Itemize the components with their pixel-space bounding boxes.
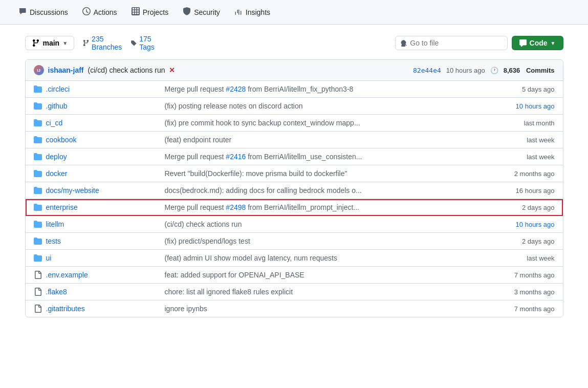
nav-discussions[interactable]: Discussions <box>12 4 74 20</box>
commit-status-icon[interactable]: ✕ <box>169 66 175 74</box>
projects-icon <box>132 7 140 17</box>
branches-link[interactable]: 235 Branches <box>92 35 122 51</box>
file-message-col: Merge pull request #2428 from BerriAI/li… <box>157 85 493 93</box>
file-name-col: ci_cd <box>34 119 157 127</box>
branch-chevron-icon: ▼ <box>62 40 68 46</box>
discussions-icon <box>18 7 27 17</box>
folder-icon <box>34 85 42 93</box>
commit-sha[interactable]: 82e44e4 <box>413 67 441 74</box>
file-name-col: .env.example <box>34 271 157 279</box>
folder-icon <box>34 119 42 127</box>
file-link[interactable]: .github <box>46 102 68 110</box>
tags-link[interactable]: 175 Tags <box>139 35 155 51</box>
pr-link[interactable]: #2428 <box>226 85 246 93</box>
file-time-col: last week <box>493 136 555 144</box>
history-icon: 🕐 <box>490 67 498 74</box>
folder-icon <box>34 254 42 262</box>
file-link[interactable]: enterprise <box>46 203 78 211</box>
branches-icon <box>82 39 90 47</box>
commit-count: 8,636 Commits <box>504 67 555 74</box>
branch-icon <box>32 39 40 47</box>
file-name-col: docker <box>34 169 157 178</box>
file-message-col: Merge pull request #2498 from BerriAI/li… <box>157 203 493 211</box>
file-name-col: .circleci <box>34 85 157 93</box>
tags-info: 175 Tags <box>130 35 155 51</box>
pr-link[interactable]: #2498 <box>226 203 246 211</box>
code-icon <box>519 39 527 47</box>
nav-security[interactable]: Security <box>177 4 226 20</box>
file-link[interactable]: docs/my-website <box>46 186 99 195</box>
branch-name: main <box>43 39 60 47</box>
file-icon <box>34 288 42 296</box>
file-message-col: feat: added support for OPENAI_API_BASE <box>157 271 493 279</box>
file-link[interactable]: ui <box>46 254 52 262</box>
avatar: IJ <box>34 65 44 75</box>
file-link[interactable]: .gitattributes <box>46 305 85 313</box>
nav-projects[interactable]: Projects <box>125 4 175 20</box>
search-box <box>395 36 508 50</box>
pr-link[interactable]: #2416 <box>226 153 246 161</box>
table-row: .gitattributes ignore ipynbs 7 months ag… <box>26 300 563 317</box>
file-message-col: chore: list all ignored flake8 rules exp… <box>157 288 493 296</box>
file-time-col: 10 hours ago <box>493 221 555 228</box>
file-message-col: (fix) posting release notes on discord a… <box>157 102 493 110</box>
commit-time: 10 hours ago <box>446 67 485 74</box>
insights-icon <box>234 7 243 17</box>
file-link[interactable]: .circleci <box>46 85 70 93</box>
folder-icon <box>34 102 42 110</box>
file-table: IJ ishaan-jaff (ci/cd) check actions run… <box>25 59 563 317</box>
file-link[interactable]: ci_cd <box>46 119 63 127</box>
branch-selector[interactable]: main ▼ <box>25 36 75 50</box>
file-time-col: 5 days ago <box>493 85 555 93</box>
file-time-col: last month <box>493 119 555 127</box>
file-message-col: (fix) predict/spend/logs test <box>157 237 493 245</box>
top-nav: Discussions Actions Projects Security In… <box>0 0 588 25</box>
table-row: cookbook (feat) endpoint router last wee… <box>26 132 563 148</box>
nav-security-label: Security <box>194 8 220 16</box>
table-row: .flake8 chore: list all ignored flake8 r… <box>26 284 563 300</box>
branches-info: 235 Branches <box>82 35 122 51</box>
file-time-col: 2 months ago <box>493 170 555 178</box>
file-time-col: 3 months ago <box>493 288 555 296</box>
file-time-col: last week <box>493 254 555 262</box>
file-message-col: (ci/cd) check actions run <box>157 220 493 228</box>
file-name-col: .flake8 <box>34 288 157 296</box>
file-link[interactable]: docker <box>46 169 68 178</box>
table-row: litellm (ci/cd) check actions run 10 hou… <box>26 216 563 233</box>
nav-actions[interactable]: Actions <box>76 4 123 20</box>
file-link[interactable]: litellm <box>46 220 64 228</box>
file-message-col: (feat) endpoint router <box>157 136 493 144</box>
commit-left: IJ ishaan-jaff (ci/cd) check actions run… <box>34 65 176 75</box>
file-message-col: ignore ipynbs <box>157 305 493 313</box>
nav-insights-label: Insights <box>246 8 270 16</box>
branch-right: Code ▼ <box>395 36 563 50</box>
commit-header: IJ ishaan-jaff (ci/cd) check actions run… <box>26 60 563 81</box>
file-link[interactable]: tests <box>46 237 61 245</box>
file-time-col: 10 hours ago <box>493 102 555 110</box>
file-link[interactable]: deploy <box>46 153 67 161</box>
table-row: .circleci Merge pull request #2428 from … <box>26 81 563 98</box>
nav-projects-label: Projects <box>143 8 169 16</box>
file-link[interactable]: cookbook <box>46 136 77 144</box>
tags-icon <box>130 39 137 47</box>
file-name-col: litellm <box>34 220 157 228</box>
folder-icon <box>34 153 42 161</box>
file-message-col: (fix) pre commit hook to sync backup con… <box>157 119 493 127</box>
table-row: docs/my-website docs(bedrock.md): adding… <box>26 182 563 199</box>
nav-actions-label: Actions <box>94 8 117 16</box>
file-time-col: 2 days ago <box>493 204 555 211</box>
table-row: .github (fix) posting release notes on d… <box>26 98 563 115</box>
code-button[interactable]: Code ▼ <box>512 36 563 50</box>
search-input[interactable] <box>410 39 502 47</box>
main-content: main ▼ 235 Branches 175 Tags <box>13 25 576 328</box>
nav-insights[interactable]: Insights <box>228 4 276 20</box>
file-link[interactable]: .flake8 <box>46 288 67 296</box>
file-link[interactable]: .env.example <box>46 271 88 279</box>
folder-icon <box>34 203 42 211</box>
table-row: ui (feat) admin UI show model avg latenc… <box>26 250 563 267</box>
commit-user[interactable]: ishaan-jaff <box>48 66 84 74</box>
table-row: docker Revert "build(Dockerfile): move p… <box>26 165 563 182</box>
file-message-col: Revert "build(Dockerfile): move prisma b… <box>157 169 493 178</box>
file-name-col: .gitattributes <box>34 305 157 313</box>
file-name-col: enterprise <box>34 203 157 211</box>
